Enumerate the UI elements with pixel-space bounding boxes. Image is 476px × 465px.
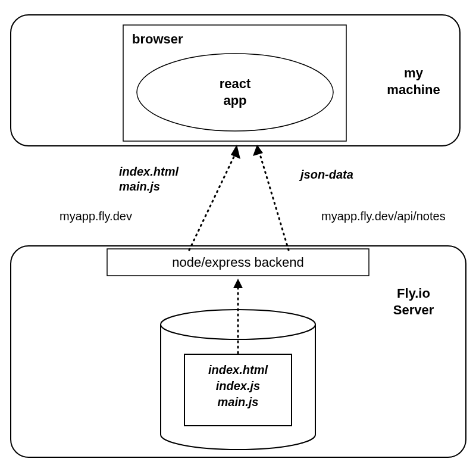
react-app-label-1: react — [220, 76, 251, 91]
react-app-label-2: app — [223, 93, 246, 108]
my-machine-label-1: my — [404, 65, 424, 80]
architecture-diagram: my machine browser react app Fly.io Serv… — [0, 0, 476, 465]
left-url: myapp.fly.dev — [60, 210, 132, 223]
cyl-file-2: index.js — [216, 379, 260, 392]
arrow-left — [189, 151, 237, 250]
fly-label-2: Server — [393, 302, 434, 317]
left-arrow-file-2: main.js — [119, 180, 160, 193]
my-machine-label-2: machine — [387, 82, 440, 97]
right-arrow-label: json-data — [299, 168, 353, 181]
left-arrow-file-1: index.html — [119, 165, 178, 178]
right-url: myapp.fly.dev/api/notes — [321, 210, 446, 223]
arrowhead-left — [231, 145, 240, 159]
arrowhead-up — [233, 279, 243, 288]
browser-label: browser — [132, 32, 183, 46]
arrow-right — [259, 151, 289, 250]
cyl-file-3: main.js — [218, 395, 259, 408]
react-app-ellipse — [137, 54, 333, 131]
backend-label: node/express backend — [172, 255, 303, 270]
cyl-file-1: index.html — [208, 363, 268, 376]
fly-label-1: Fly.io — [397, 286, 430, 301]
